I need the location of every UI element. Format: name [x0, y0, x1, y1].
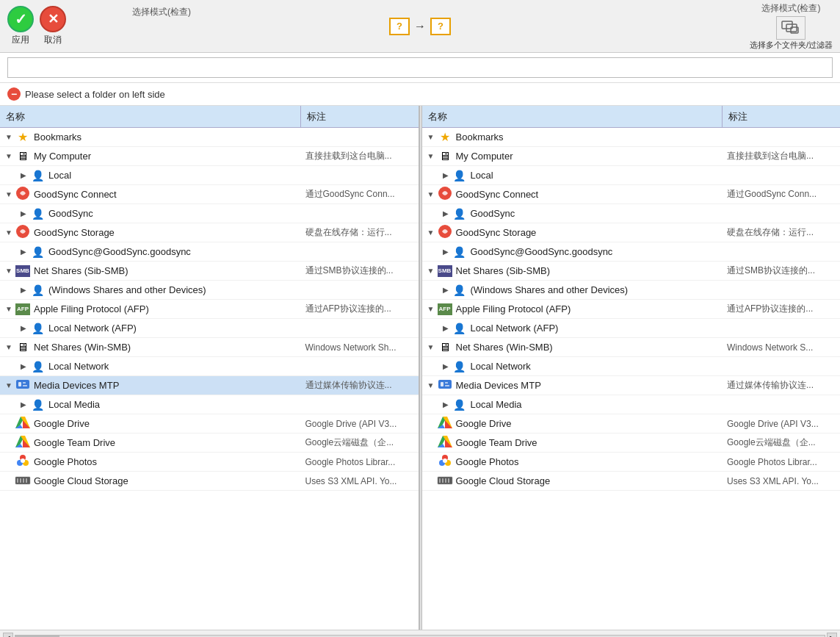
tree-item[interactable]: ▶👤Local Network (AFP): [422, 319, 841, 338]
tree-item[interactable]: Google Team DriveGoogle云端磁盘（企...: [0, 433, 419, 453]
tree-item[interactable]: ▼ GoodSync Storage硬盘在线存储：运行...: [422, 223, 841, 242]
item-note: 硬盘在线存储：运行...: [723, 226, 840, 239]
expand-arrow[interactable]: ▶: [18, 170, 29, 181]
expand-arrow[interactable]: ▶: [18, 399, 29, 411]
expand-arrow[interactable]: ▶: [440, 284, 452, 296]
user-icon: 👤: [32, 284, 44, 296]
right-panel-content[interactable]: ▼★Bookmarks▼🖥My Computer直接挂载到这台电脑...▶👤Lo…: [422, 128, 841, 630]
item-note: Google云端磁盘（企...: [723, 436, 840, 449]
tree-item[interactable]: ▶👤Local Network: [422, 357, 841, 376]
tree-item[interactable]: ▶👤Local Network (AFP): [0, 319, 419, 338]
tree-item[interactable]: ▶👤GoodSync: [0, 204, 419, 223]
tree-item[interactable]: ▼★Bookmarks: [422, 128, 841, 147]
tree-item[interactable]: ▶👤Local Media: [0, 395, 419, 414]
tree-item[interactable]: Google Cloud StorageUses S3 XML API. Yo.…: [0, 472, 419, 491]
tree-item[interactable]: ▶👤Local: [422, 166, 841, 185]
left-question-button[interactable]: ?: [389, 18, 410, 35]
expand-arrow[interactable]: ▶: [18, 361, 29, 373]
expand-arrow[interactable]: [425, 418, 437, 430]
expand-arrow[interactable]: ▶: [440, 170, 452, 181]
cancel-button[interactable]: 取消: [40, 6, 66, 46]
expand-arrow[interactable]: ▶: [440, 323, 452, 334]
tree-item[interactable]: ▼ Media Devices MTP通过媒体传输协议连...: [0, 376, 419, 395]
expand-arrow[interactable]: ▶: [440, 246, 452, 258]
tree-item[interactable]: ▼ GoodSync Storage硬盘在线存储：运行...: [0, 223, 419, 242]
tree-item[interactable]: ▼AFPApple Filing Protocol (AFP)通过AFP协议连接…: [0, 300, 419, 319]
left-col-note: 标注: [301, 106, 419, 127]
tree-item[interactable]: ▼★Bookmarks: [0, 128, 419, 147]
scroll-left-button[interactable]: ◄: [3, 633, 13, 638]
expand-arrow[interactable]: ▶: [18, 284, 29, 296]
cancel-label: 取消: [44, 34, 62, 46]
expand-arrow[interactable]: ▼: [425, 380, 437, 392]
tree-item[interactable]: ▶👤GoodSync@GoodSync.goodsync: [422, 242, 841, 262]
expand-arrow[interactable]: ▼: [3, 151, 15, 162]
expand-arrow[interactable]: ▶: [440, 399, 452, 411]
expand-arrow[interactable]: ▼: [425, 132, 437, 143]
expand-arrow[interactable]: ▼: [3, 132, 15, 143]
search-bar: [0, 53, 840, 83]
expand-arrow[interactable]: [425, 475, 437, 487]
expand-arrow[interactable]: [3, 456, 15, 468]
tree-item[interactable]: ▶👤GoodSync@GoodSync.goodsync: [0, 242, 419, 262]
tree-item[interactable]: ▼🖥Net Shares (Win-SMB)Windows Network Sh…: [0, 338, 419, 357]
tree-item[interactable]: ▼🖥Net Shares (Win-SMB)Windows Network S.…: [422, 338, 841, 357]
expand-arrow[interactable]: ▼: [425, 303, 437, 315]
tree-item[interactable]: ▼AFPApple Filing Protocol (AFP)通过AFP协议连接…: [422, 300, 841, 319]
tree-item[interactable]: ▼SMBNet Shares (Sib-SMB)通过SMB协议连接的...: [422, 262, 841, 281]
expand-arrow[interactable]: ▼: [425, 189, 437, 201]
search-input[interactable]: [7, 57, 833, 78]
expand-arrow[interactable]: ▼: [3, 189, 15, 201]
apply-button[interactable]: 应用: [7, 6, 34, 46]
expand-arrow[interactable]: [425, 456, 437, 468]
tree-item[interactable]: Google Cloud StorageUses S3 XML API. Yo.…: [422, 472, 841, 491]
horizontal-scrollbar[interactable]: [15, 635, 825, 638]
tree-item[interactable]: ▶👤(Windows Shares and other Devices): [422, 281, 841, 300]
tree-item[interactable]: Google DriveGoogle Drive (API V3...: [422, 414, 841, 433]
item-label: Local Network (AFP): [48, 323, 301, 334]
item-label: Net Shares (Win-SMB): [456, 342, 723, 353]
expand-arrow[interactable]: ▼: [3, 342, 15, 353]
item-label: Google Photos: [456, 456, 723, 467]
expand-arrow[interactable]: ▶: [440, 361, 452, 373]
tree-item[interactable]: ▼ GoodSync Connect通过GoodSync Conn...: [422, 185, 841, 204]
expand-arrow[interactable]: ▼: [3, 380, 15, 392]
tree-item[interactable]: ▼SMBNet Shares (Sib-SMB)通过SMB协议连接的...: [0, 262, 419, 281]
scroll-right-button[interactable]: ►: [827, 633, 837, 638]
expand-arrow[interactable]: ▶: [18, 246, 29, 258]
tree-item[interactable]: Google Team DriveGoogle云端磁盘（企...: [422, 433, 841, 453]
expand-arrow[interactable]: [3, 437, 15, 449]
tree-item[interactable]: ▼ GoodSync Connect通过GoodSync Conn...: [0, 185, 419, 204]
tree-item[interactable]: Google DriveGoogle Drive (API V3...: [0, 414, 419, 433]
expand-arrow[interactable]: ▶: [18, 208, 29, 220]
multi-select-button[interactable]: 选择多个文件夹/过滤器: [750, 16, 833, 51]
expand-arrow[interactable]: ▼: [425, 227, 437, 239]
expand-arrow[interactable]: [3, 475, 15, 487]
expand-arrow[interactable]: ▼: [425, 265, 437, 277]
item-label: Google Photos: [34, 456, 301, 467]
expand-arrow[interactable]: ▼: [425, 151, 437, 162]
tree-item[interactable]: ▼🖥My Computer直接挂载到这台电脑...: [0, 147, 419, 166]
tree-item[interactable]: ▼ Media Devices MTP通过媒体传输协议连...: [422, 376, 841, 395]
expand-arrow[interactable]: [425, 437, 437, 449]
expand-arrow[interactable]: ▼: [3, 265, 15, 277]
tree-item[interactable]: Google PhotosGoogle Photos Librar...: [422, 453, 841, 472]
right-question-button[interactable]: ?: [430, 18, 451, 35]
expand-arrow[interactable]: ▶: [18, 323, 29, 334]
tree-item[interactable]: ▶👤GoodSync: [422, 204, 841, 223]
tree-item[interactable]: ▶👤Local Media: [422, 395, 841, 414]
expand-arrow[interactable]: [3, 418, 15, 430]
left-panel-content[interactable]: ▼★Bookmarks▼🖥My Computer直接挂载到这台电脑...▶👤Lo…: [0, 128, 419, 630]
tree-item[interactable]: ▼🖥My Computer直接挂载到这台电脑...: [422, 147, 841, 166]
expand-arrow[interactable]: ▼: [3, 227, 15, 239]
expand-arrow[interactable]: ▶: [440, 208, 452, 220]
tree-item[interactable]: ▶👤(Windows Shares and other Devices): [0, 281, 419, 300]
tree-item[interactable]: Google PhotosGoogle Photos Librar...: [0, 453, 419, 472]
expand-arrow[interactable]: ▼: [3, 303, 15, 315]
tree-item[interactable]: ▶👤Local: [0, 166, 419, 185]
expand-arrow[interactable]: ▼: [425, 342, 437, 353]
item-label: GoodSync@GoodSync.goodsync: [471, 246, 723, 257]
user-icon: 👤: [453, 361, 466, 373]
tree-item[interactable]: ▶👤Local Network: [0, 357, 419, 376]
computer-icon: 🖥: [17, 341, 29, 354]
